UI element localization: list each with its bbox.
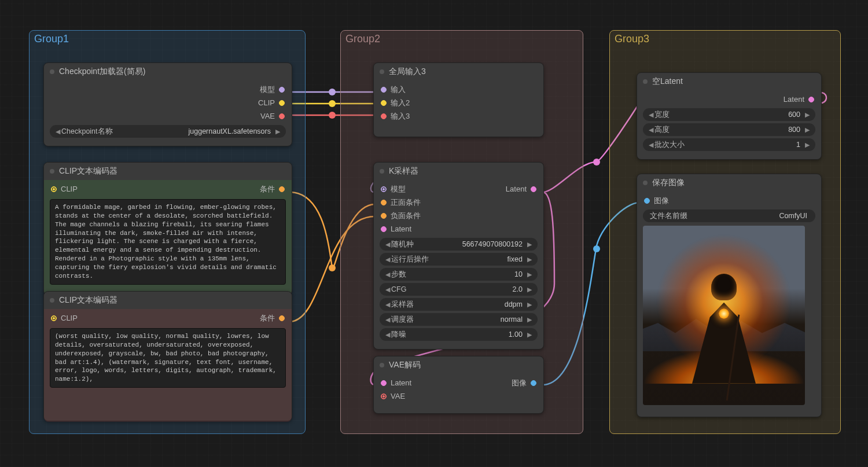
- group-title: Group3: [615, 33, 649, 45]
- widget-sampler[interactable]: ◀采样器ddpm▶: [380, 298, 538, 311]
- widget-batch[interactable]: ◀批次大小1▶: [643, 138, 815, 151]
- node-title: 保存图像: [652, 178, 685, 188]
- output-conditioning[interactable]: 条件: [260, 183, 285, 194]
- link-midpoint: [329, 89, 336, 95]
- arrow-left-icon[interactable]: ◀: [54, 128, 61, 135]
- link-midpoint: [593, 159, 600, 166]
- input-2[interactable]: 输入2: [381, 97, 410, 108]
- input-clip[interactable]: CLIP: [51, 183, 78, 194]
- node-global-input[interactable]: 全局输入3 输入 输入2 输入3: [373, 62, 544, 137]
- node-header[interactable]: CLIP文本编码器: [44, 163, 292, 180]
- arrow-right-icon[interactable]: ▶: [274, 128, 281, 135]
- node-title: K采样器: [389, 166, 418, 176]
- node-header[interactable]: K采样器: [374, 163, 543, 180]
- node-clip-negative[interactable]: CLIP文本编码器 CLIP 条件 (worst quality, low qu…: [43, 291, 292, 421]
- output-vae[interactable]: VAE: [260, 111, 285, 122]
- input-image[interactable]: 图像: [644, 195, 669, 206]
- group-title: Group2: [345, 33, 380, 45]
- widget-filename-prefix[interactable]: 文件名前缀 ComfyUI: [643, 209, 815, 222]
- input-latent[interactable]: Latent: [381, 223, 411, 234]
- collapse-icon[interactable]: [643, 79, 648, 84]
- widget-width[interactable]: ◀宽度600▶: [643, 108, 815, 121]
- output-image[interactable]: 图像: [512, 377, 536, 388]
- input-latent[interactable]: Latent: [381, 377, 411, 388]
- prompt-textarea[interactable]: (worst quality, low quality, normal qual…: [50, 328, 286, 388]
- input-model[interactable]: 模型: [381, 183, 406, 194]
- node-clip-positive[interactable]: CLIP文本编码器 CLIP 条件 A formidable mage, gar…: [43, 162, 292, 296]
- node-title: VAE解码: [389, 360, 421, 370]
- widget-scheduler[interactable]: ◀调度器normal▶: [380, 313, 538, 326]
- input-positive[interactable]: 正面条件: [381, 197, 421, 208]
- collapse-icon[interactable]: [643, 181, 648, 185]
- widget-cfg[interactable]: ◀CFG2.0▶: [380, 283, 538, 296]
- node-title: 空Latent: [652, 76, 683, 87]
- collapse-icon[interactable]: [50, 298, 54, 303]
- link-midpoint: [329, 264, 336, 271]
- node-title: CLIP文本编码器: [59, 295, 117, 306]
- input-vae[interactable]: VAE: [381, 391, 405, 402]
- node-title: CLIP文本编码器: [59, 166, 117, 176]
- link-midpoint: [329, 100, 336, 107]
- link-midpoint: [593, 245, 600, 252]
- widget-steps[interactable]: ◀步数10▶: [380, 268, 538, 281]
- input-negative[interactable]: 负面条件: [381, 210, 421, 221]
- link-midpoint: [329, 112, 336, 119]
- node-vae-decode[interactable]: VAE解码 Latent 图像 VAE: [373, 356, 544, 414]
- node-title: 全局输入3: [389, 67, 426, 77]
- input-3[interactable]: 输入3: [381, 111, 410, 122]
- widget-height[interactable]: ◀高度800▶: [643, 123, 815, 136]
- widget-after[interactable]: ◀运行后操作fixed▶: [380, 253, 538, 266]
- output-preview-image[interactable]: [643, 226, 805, 405]
- input-1[interactable]: 输入: [381, 84, 406, 95]
- group-title: Group1: [34, 33, 69, 45]
- node-header[interactable]: VAE解码: [374, 356, 543, 374]
- input-clip[interactable]: CLIP: [51, 312, 78, 323]
- widget-denoise[interactable]: ◀降噪1.00▶: [380, 328, 538, 341]
- widget-seed[interactable]: ◀随机种566749070800192▶: [380, 238, 538, 251]
- collapse-icon[interactable]: [380, 169, 384, 174]
- output-latent[interactable]: Latent: [784, 94, 814, 105]
- node-title: Checkpoint加载器(简易): [59, 67, 145, 77]
- node-header[interactable]: 全局输入3: [374, 63, 543, 80]
- collapse-icon[interactable]: [380, 363, 384, 367]
- collapse-icon[interactable]: [50, 69, 54, 74]
- output-model[interactable]: 模型: [260, 84, 285, 95]
- output-clip[interactable]: CLIP: [258, 97, 285, 108]
- node-header[interactable]: CLIP文本编码器: [44, 292, 292, 309]
- node-ksampler[interactable]: K采样器 模型 Latent 正面条件 负面条件 Latent ◀随机种5667…: [373, 162, 544, 350]
- output-latent[interactable]: Latent: [506, 183, 536, 194]
- widget-checkpoint-name[interactable]: ◀ Checkpoint名称 juggernautXL.safetensors …: [50, 125, 286, 138]
- collapse-icon[interactable]: [380, 69, 384, 74]
- node-save-image[interactable]: 保存图像 图像 文件名前缀 ComfyUI: [637, 174, 822, 417]
- collapse-icon[interactable]: [50, 169, 54, 174]
- node-header[interactable]: Checkpoint加载器(简易): [44, 63, 292, 80]
- node-header[interactable]: 空Latent: [637, 73, 821, 90]
- node-header[interactable]: 保存图像: [637, 174, 821, 192]
- prompt-textarea[interactable]: A formidable mage, garbed in flowing, em…: [50, 199, 286, 285]
- node-empty-latent[interactable]: 空Latent Latent ◀宽度600▶ ◀高度800▶ ◀批次大小1▶: [637, 72, 822, 160]
- node-checkpoint-loader[interactable]: Checkpoint加载器(简易) 模型 CLIP VAE ◀ Checkpoi…: [43, 62, 292, 146]
- output-conditioning[interactable]: 条件: [260, 312, 285, 323]
